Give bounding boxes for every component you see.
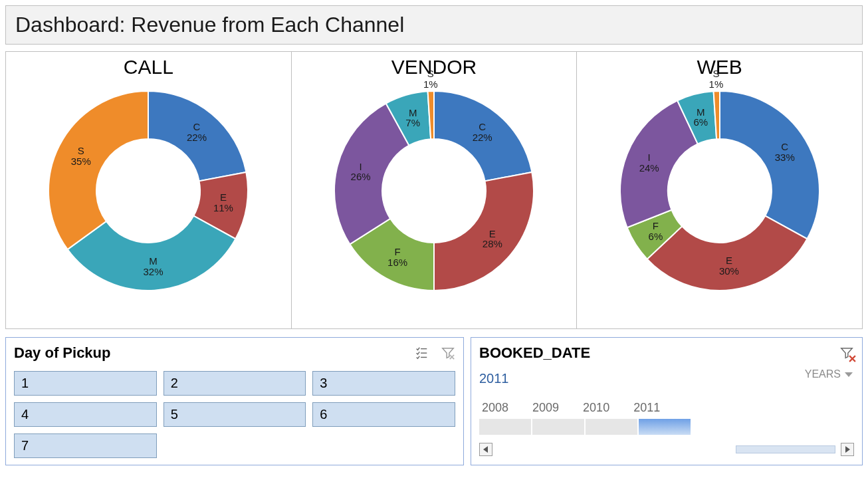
timeline-selected-label: 2011 [479, 371, 854, 386]
timeline-tick: 2009 [532, 401, 559, 415]
timeline-year-cell[interactable] [532, 419, 586, 435]
scroll-right-button[interactable] [841, 443, 854, 456]
svg-marker-8 [483, 446, 488, 453]
timeline-year-cell[interactable] [479, 419, 532, 435]
timeline-tick: 2010 [583, 401, 609, 415]
chart-title: CALL [124, 56, 173, 78]
timeline-track-wrap: 2008 2009 2010 2011 [479, 401, 854, 435]
multi-select-icon[interactable] [414, 346, 429, 360]
slice-label: E30% [719, 255, 739, 277]
timeline-ticks: 2008 2009 2010 2011 [479, 401, 854, 415]
timeline-icon-group [839, 346, 854, 360]
timeline-year-cell-selected[interactable] [639, 419, 692, 435]
donut-chart-web: C33%E30%F6%I24%M6%S1% [610, 81, 829, 301]
donut-slice-C[interactable] [720, 91, 819, 239]
timeline-tick: 2008 [482, 401, 508, 415]
slice-label: F6% [649, 221, 663, 242]
timeline-booked-date[interactable]: BOOKED_DATE 2011 YEARS 2008 2009 2010 20… [471, 337, 863, 465]
slice-label: C22% [473, 122, 492, 143]
chevron-down-icon [845, 368, 853, 380]
slice-label: M7% [405, 108, 420, 129]
slice-label: C33% [775, 142, 795, 163]
timeline-header: BOOKED_DATE [479, 344, 854, 362]
chart-panel-vendor[interactable]: VENDOR C22%E28%F16%I26%M7%S1% [292, 51, 578, 329]
scroll-track[interactable] [498, 445, 835, 453]
slicer-grid: 1 2 3 4 5 6 7 [14, 371, 455, 458]
timeline-year-cell[interactable] [586, 419, 639, 435]
timeline-title: BOOKED_DATE [479, 344, 590, 362]
slicer-item[interactable]: 5 [163, 402, 306, 427]
chart-panel-web[interactable]: WEB C33%E30%F6%I24%M6%S1% [577, 51, 863, 329]
controls-row: Day of Pickup 1 2 3 4 5 6 7 BOOKED_DATE [5, 337, 863, 465]
timeline-level-label: YEARS [805, 368, 841, 380]
slice-label: E28% [483, 229, 502, 250]
slicer-item[interactable]: 3 [312, 371, 455, 396]
slicer-item[interactable]: 6 [312, 402, 455, 427]
charts-row: CALL C22%E11%M32%S35% VENDOR C22%E28%F16… [5, 51, 863, 329]
clear-filter-icon[interactable] [839, 346, 854, 360]
slicer-title: Day of Pickup [14, 344, 110, 362]
clear-filter-icon[interactable] [441, 346, 455, 360]
timeline-tick: 2011 [633, 401, 660, 415]
slice-label: E11% [213, 192, 233, 213]
slicer-item[interactable]: 7 [14, 433, 157, 458]
slicer-item[interactable]: 1 [14, 371, 157, 396]
slice-label: M6% [693, 107, 708, 128]
slice-label: M32% [143, 256, 163, 277]
dashboard-title: Dashboard: Revenue from Each Channel [5, 5, 863, 45]
timeline-level-selector[interactable]: YEARS [805, 368, 853, 380]
slicer-icon-group [414, 346, 455, 360]
donut-slice-S[interactable] [49, 91, 148, 249]
slice-label: S1% [709, 68, 724, 90]
slice-label: S35% [71, 146, 91, 167]
slicer-day-of-pickup[interactable]: Day of Pickup 1 2 3 4 5 6 7 [5, 337, 464, 465]
slice-label: C22% [187, 122, 207, 143]
donut-chart-vendor: C22%E28%F16%I26%M7%S1% [324, 81, 544, 301]
scroll-thumb[interactable] [736, 445, 835, 453]
slice-label: I24% [639, 152, 659, 174]
svg-marker-7 [845, 372, 853, 377]
svg-marker-9 [845, 446, 850, 453]
timeline-track[interactable] [479, 419, 854, 435]
slice-label: S1% [423, 68, 438, 90]
donut-chart-call: C22%E11%M32%S35% [39, 81, 258, 301]
slicer-header: Day of Pickup [14, 344, 455, 362]
timeline-scrollbar [479, 443, 854, 456]
slicer-item[interactable]: 2 [163, 371, 306, 396]
slice-label: I26% [351, 162, 371, 183]
scroll-left-button[interactable] [479, 443, 492, 456]
chart-panel-call[interactable]: CALL C22%E11%M32%S35% [5, 51, 292, 329]
slice-label: F16% [387, 247, 407, 268]
slicer-item[interactable]: 4 [14, 402, 157, 427]
